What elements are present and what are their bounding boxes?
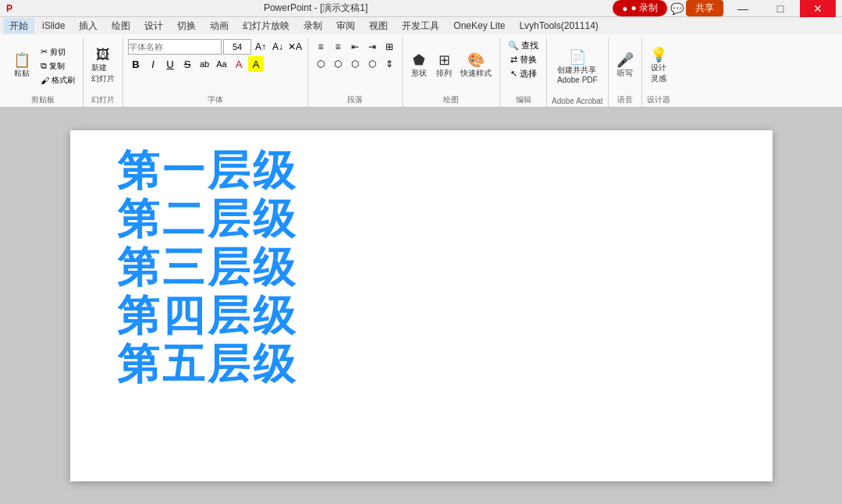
menu-item-review[interactable]: 审阅	[330, 18, 361, 34]
format-painter-button[interactable]: 🖌格式刷	[37, 74, 78, 87]
replace-label: 替换	[520, 54, 537, 66]
columns-button[interactable]: ⊞	[382, 39, 397, 55]
voice-group: 🎤 听写 语音	[609, 37, 642, 107]
decrease-indent-button[interactable]: ⇤	[347, 39, 363, 55]
adobe-label: Adobe Acrobat	[552, 97, 603, 105]
menu-item-home[interactable]: 开始	[3, 18, 34, 34]
shapes-button[interactable]: ⬟ 形状	[407, 51, 431, 80]
menu-item-draw[interactable]: 绘图	[105, 18, 137, 34]
titlebar: P PowerPoint - [演示文稿1] ● ● 录制 💬 共享 — □ ✕	[0, 0, 842, 17]
font-size-input[interactable]	[223, 39, 251, 55]
menu-item-slideshow[interactable]: 幻灯片放映	[236, 18, 296, 34]
clear-format-button[interactable]: ✕A	[287, 39, 303, 55]
adobe-buttons: 📄 创建并共享Adobe PDF	[554, 39, 601, 95]
menu-item-record[interactable]: 录制	[297, 18, 329, 34]
ribbon-content: 📋 粘贴 ✂剪切 ⧉复制 🖌格式刷 剪贴板 🖼 新建幻灯片 幻灯片	[0, 34, 842, 107]
align-center-button[interactable]: ⬡	[330, 56, 346, 72]
design-ideas-button[interactable]: 💡 设计灵感	[647, 46, 670, 86]
new-slide-label: 新建幻灯片	[91, 62, 115, 84]
minimize-button[interactable]: —	[725, 0, 761, 17]
menu-item-islide[interactable]: iSlide	[36, 19, 71, 33]
align-left-button[interactable]: ⬡	[313, 56, 329, 72]
clipboard-label: 剪贴板	[8, 94, 78, 105]
quick-styles-label: 快速样式	[460, 68, 492, 79]
paste-icon: 📋	[13, 53, 30, 67]
voice-buttons: 🎤 听写	[613, 39, 637, 93]
cut-label: 剪切	[50, 47, 66, 58]
shapes-icon: ⬟	[413, 53, 425, 67]
strikethrough-button[interactable]: S	[179, 56, 195, 72]
cut-button[interactable]: ✂剪切	[37, 46, 78, 59]
designer-buttons: 💡 设计灵感	[647, 39, 670, 93]
bullets-button[interactable]: ≡	[313, 39, 329, 55]
numbering-button[interactable]: ≡	[330, 39, 346, 55]
case-button[interactable]: Aa	[214, 56, 229, 72]
justify-button[interactable]: ⬡	[364, 56, 380, 72]
new-slide-icon: 🖼	[96, 48, 110, 62]
menu-item-insert[interactable]: 插入	[73, 18, 104, 34]
slides-buttons: 🖼 新建幻灯片	[88, 39, 118, 93]
share-button[interactable]: 共享	[686, 0, 723, 16]
dictate-button[interactable]: 🎤 听写	[613, 51, 637, 80]
arrange-button[interactable]: ⊞ 排列	[432, 51, 456, 80]
editing-label: 编辑	[505, 94, 542, 105]
font-color-button[interactable]: A	[231, 56, 247, 72]
slide-area: 第一层级 第二层级 第三层级 第四层级 第五层级	[0, 108, 842, 504]
close-button[interactable]: ✕	[800, 0, 836, 17]
quick-styles-icon: 🎨	[467, 53, 485, 67]
select-button[interactable]: ↖ 选择	[507, 67, 540, 80]
select-icon: ↖	[510, 69, 517, 79]
slide-text-5: 第五层级	[117, 339, 298, 388]
font-label: 字体	[128, 94, 303, 105]
find-icon: 🔍	[508, 41, 519, 51]
highlight-button[interactable]: A	[248, 56, 264, 72]
slide-text-4: 第四层级	[117, 291, 298, 339]
menu-item-view[interactable]: 视图	[363, 18, 394, 34]
menu-item-design[interactable]: 设计	[138, 18, 169, 34]
menu-item-lvyhtools[interactable]: LvyhTools(201114)	[513, 19, 604, 33]
paragraph-label: 段落	[313, 94, 397, 105]
underline-button[interactable]: U	[162, 56, 178, 72]
increase-font-button[interactable]: A↑	[253, 39, 268, 55]
slide-canvas[interactable]: 第一层级 第二层级 第三层级 第四层级 第五层级	[70, 130, 773, 481]
font-name-input[interactable]	[128, 39, 222, 55]
menubar: 开始 iSlide 插入 绘图 设计 切换 动画 幻灯片放映 录制 审阅 视图 …	[0, 17, 842, 34]
copy-button[interactable]: ⧉复制	[37, 60, 78, 73]
comment-button[interactable]: 💬	[669, 1, 684, 16]
new-slide-button[interactable]: 🖼 新建幻灯片	[88, 46, 118, 86]
increase-indent-button[interactable]: ⇥	[364, 39, 380, 55]
shadow-button[interactable]: ab	[197, 56, 212, 72]
replace-button[interactable]: ⇄ 替换	[507, 53, 540, 66]
app-logo: P	[6, 3, 12, 14]
find-button[interactable]: 🔍 查找	[505, 39, 542, 52]
slide-text-2: 第二层级	[117, 194, 298, 243]
maximize-button[interactable]: □	[762, 0, 798, 17]
slides-label: 幻灯片	[88, 94, 118, 105]
pdf-icon: 📄	[569, 50, 586, 64]
menu-item-onekey[interactable]: OneKey Lite	[447, 19, 511, 33]
designer-label: 设计器	[647, 94, 670, 105]
design-ideas-label: 设计灵感	[651, 62, 666, 84]
align-right-button[interactable]: ⬡	[347, 56, 363, 72]
editing-group: 🔍 查找 ⇄ 替换 ↖ 选择 编辑	[500, 37, 547, 107]
menu-item-transition[interactable]: 切换	[171, 18, 202, 34]
select-label: 选择	[520, 68, 537, 80]
italic-button[interactable]: I	[145, 56, 161, 72]
menu-item-devtools[interactable]: 开发工具	[396, 18, 446, 34]
quick-styles-button[interactable]: 🎨 快速样式	[457, 51, 495, 80]
paste-button[interactable]: 📋 粘贴	[8, 51, 36, 80]
line-spacing-button[interactable]: ⇕	[382, 56, 397, 72]
create-pdf-button[interactable]: 📄 创建并共享Adobe PDF	[554, 48, 601, 86]
record-icon: ●	[622, 3, 627, 14]
ribbon: 📋 粘贴 ✂剪切 ⧉复制 🖌格式刷 剪贴板 🖼 新建幻灯片 幻灯片	[0, 34, 842, 108]
bold-button[interactable]: B	[128, 56, 144, 72]
paragraph-group: ≡ ≡ ⇤ ⇥ ⊞ ⬡ ⬡ ⬡ ⬡ ⇕ 段落	[308, 37, 403, 107]
replace-icon: ⇄	[510, 55, 517, 65]
drawing-group: ⬟ 形状 ⊞ 排列 🎨 快速样式 绘图	[403, 37, 500, 107]
menu-item-animation[interactable]: 动画	[204, 18, 235, 34]
decrease-font-button[interactable]: A↓	[270, 39, 286, 55]
record-button[interactable]: ● ● 录制	[613, 0, 667, 16]
format-painter-icon: 🖌	[41, 76, 49, 85]
mic-icon: 🎤	[616, 53, 634, 67]
voice-label: 语音	[613, 94, 637, 105]
